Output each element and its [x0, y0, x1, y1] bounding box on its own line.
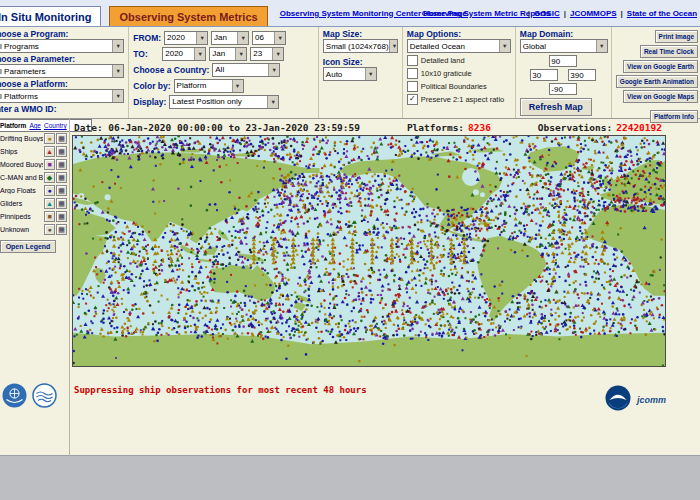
from-month-value: Jan: [214, 33, 227, 42]
chevron-down-icon: ▼: [112, 90, 123, 102]
detailed-land-label: Detailed land: [421, 56, 465, 65]
world-platform-map[interactable]: [72, 135, 666, 367]
tab-in-situ-monitoring[interactable]: In Situ Monitoring: [0, 6, 101, 26]
legend-tab-country[interactable]: Country: [44, 122, 67, 129]
parameter-select[interactable]: All Parameters▼: [0, 64, 124, 78]
plot-toggle-icon: ▦: [58, 148, 65, 155]
top-navigation: In Situ Monitoring Observing System Metr…: [0, 0, 700, 27]
from-year-select[interactable]: 2020▼: [164, 31, 208, 45]
main-area: PlatformAgeCountry Drifting Buoys ● ▦ Sh…: [0, 119, 700, 456]
legend-tab-age[interactable]: Age: [29, 122, 41, 129]
icon-size-select[interactable]: Auto▼: [323, 67, 377, 81]
from-day-select[interactable]: 06▼: [252, 31, 286, 45]
tab-observing-system-metrics[interactable]: Observing System Metrics: [109, 6, 267, 26]
legend-item-label: Argo Floats: [0, 187, 43, 194]
aspect-ratio-checkbox[interactable]: ✓: [407, 94, 418, 105]
legend-symbol-button[interactable]: ◆: [44, 172, 55, 183]
legend-toggle-button[interactable]: ▦: [56, 172, 67, 183]
domain-west-input[interactable]: [530, 69, 558, 81]
political-boundaries-checkbox[interactable]: [407, 81, 418, 92]
view-google-maps-button[interactable]: View on Google Maps: [623, 90, 698, 103]
link-jcommops[interactable]: JCOMMOPS: [570, 9, 617, 18]
country-value: All: [215, 65, 224, 74]
color-by-value: Platform: [177, 81, 207, 90]
political-boundaries-label: Political Boundaries: [421, 82, 487, 91]
legend-toggle-button[interactable]: ▦: [56, 185, 67, 196]
observations-count: 22420192: [616, 122, 662, 133]
legend-symbol-button[interactable]: ▲: [44, 146, 55, 157]
legend-symbol-button[interactable]: ●: [44, 133, 55, 144]
legend-symbol-button[interactable]: ▲: [44, 198, 55, 209]
open-legend-button[interactable]: Open Legend: [0, 240, 56, 253]
map-size-select[interactable]: Small (1024x768)▼: [323, 39, 398, 53]
real-time-clock-button[interactable]: Real Time Clock: [640, 45, 698, 58]
legend-toggle-button[interactable]: ▦: [56, 224, 67, 235]
glider-symbol-icon: ▲: [46, 200, 53, 207]
color-by-select[interactable]: Platform▼: [174, 79, 244, 93]
icon-size-value: Auto: [326, 70, 342, 79]
map-size-value: Small (1024x768): [326, 42, 389, 51]
map-domain-label: Map Domain:: [520, 29, 607, 39]
legend-toggle-button[interactable]: ▦: [56, 133, 67, 144]
link-state-of-the-ocean[interactable]: State of the Ocean: [627, 9, 697, 18]
separator: |: [564, 9, 566, 18]
link-monitoring-center-home[interactable]: Observing System Monitoring Center Home …: [280, 9, 412, 18]
date-filters-column: FROM: 2020▼ Jan▼ 06▼ TO: 2020▼ Jan▼ 23▼ …: [128, 27, 318, 118]
legend-symbol-button[interactable]: ●: [44, 224, 55, 235]
utility-buttons-column: Print Image Real Time Clock View on Goog…: [611, 27, 700, 118]
legend-toggle-button[interactable]: ▦: [56, 211, 67, 222]
legend-toggle-button[interactable]: ▦: [56, 198, 67, 209]
map-panel: Date: 06-Jan-2020 00:00:00 to 23-Jan-202…: [70, 119, 700, 456]
country-select[interactable]: All▼: [212, 63, 280, 77]
google-earth-animation-button[interactable]: Google Earth Animation: [616, 75, 698, 88]
from-day-value: 06: [255, 33, 264, 42]
from-month-select[interactable]: Jan▼: [211, 31, 249, 45]
display-select[interactable]: Latest Position only▼: [169, 95, 279, 109]
legend-item-label: Unknown: [0, 226, 43, 233]
view-google-earth-button[interactable]: View on Google Earth: [623, 60, 698, 73]
organization-logos: [0, 383, 67, 412]
to-label: TO:: [133, 49, 159, 59]
refresh-map-button[interactable]: Refresh Map: [520, 98, 592, 116]
program-label: Choose a Program:: [0, 29, 124, 39]
legend-symbol-button[interactable]: ■: [44, 211, 55, 222]
to-year-select[interactable]: 2020▼: [162, 47, 206, 61]
legend-symbol-button[interactable]: ■: [44, 159, 55, 170]
legend-toggle-button[interactable]: ▦: [56, 146, 67, 157]
domain-north-input[interactable]: [549, 55, 577, 67]
domain-south-input[interactable]: [549, 83, 577, 95]
from-label: FROM:: [133, 33, 161, 43]
graticule-checkbox[interactable]: [407, 68, 418, 79]
link-metric-reports[interactable]: Observing System Metric Reports: [422, 9, 514, 18]
program-select[interactable]: All Programs▼: [0, 39, 124, 53]
legend-symbol-button[interactable]: ●: [44, 185, 55, 196]
detailed-ocean-select[interactable]: Detailed Ocean▼: [407, 39, 511, 53]
legend-item-drifting-buoys: Drifting Buoys ● ▦: [0, 132, 67, 144]
display-value: Latest Position only: [172, 97, 241, 106]
platform-select[interactable]: All Platforms▼: [0, 89, 124, 103]
to-month-select[interactable]: Jan▼: [209, 47, 247, 61]
map-size-column: Map Size: Small (1024x768)▼ Icon Size: A…: [318, 27, 402, 118]
to-day-select[interactable]: 23▼: [250, 47, 284, 61]
map-domain-select[interactable]: Global▼: [520, 39, 608, 53]
detailed-land-checkbox[interactable]: [407, 55, 418, 66]
moored-buoy-symbol-icon: ■: [47, 161, 51, 168]
domain-east-input[interactable]: [568, 69, 596, 81]
legend-item-pinnipeds: Pinnipeds ■ ▦: [0, 210, 67, 222]
chevron-down-icon: ▼: [112, 40, 123, 52]
plot-toggle-icon: ▦: [58, 174, 65, 181]
platforms-count: 8236: [468, 122, 491, 133]
legend-tabs: PlatformAgeCountry: [0, 122, 67, 129]
graticule-label: 10x10 graticule: [421, 69, 472, 78]
plot-toggle-icon: ▦: [58, 200, 65, 207]
legend-tab-platform[interactable]: Platform: [0, 122, 26, 129]
print-image-button[interactable]: Print Image: [655, 30, 698, 43]
legend-item-label: Ships: [0, 148, 43, 155]
legend-toggle-button[interactable]: ▦: [56, 159, 67, 170]
legend-item-label: Drifting Buoys: [0, 135, 43, 142]
plot-toggle-icon: ▦: [58, 213, 65, 220]
drifting-buoy-symbol-icon: ●: [47, 135, 51, 142]
aspect-ratio-label: Preserve 2:1 aspect ratio: [421, 95, 504, 104]
link-gosic[interactable]: GOSIC: [534, 9, 560, 18]
jcommops-logo: jcomm: [637, 395, 666, 405]
